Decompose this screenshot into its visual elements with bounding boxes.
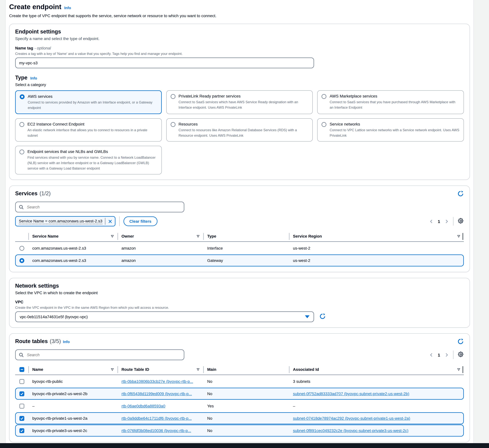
name-tag-input[interactable] [15, 58, 314, 68]
column-header-service-name[interactable]: Service Name [28, 231, 117, 241]
tile-title: AWS Marketplace services [330, 94, 460, 98]
column-header-route-table-id[interactable]: Route Table ID [117, 364, 203, 374]
sort-icon[interactable] [196, 234, 200, 238]
route-table-id-link[interactable]: rtb-0f65438d1199ed009 (byovpc-rtb-p... [122, 391, 192, 396]
sort-icon[interactable] [457, 368, 460, 371]
route-table-id-link[interactable]: rtb-0bba10806b33cb27e (byovpc-rtb-p... [122, 379, 193, 384]
bottom-scrollbar[interactable] [0, 443, 489, 448]
route-tables-info-link[interactable]: Info [63, 340, 70, 344]
table-row-selected[interactable]: byovpc-rtb-private3-us-west-2c rtb-076fd… [15, 424, 464, 437]
type-option-resources[interactable]: Resources Connect to resources like Amaz… [166, 118, 313, 141]
type-info-link[interactable]: Info [30, 76, 37, 80]
row-checkbox[interactable] [19, 404, 24, 408]
type-option-aws-services[interactable]: AWS services Connect to services provide… [15, 90, 162, 114]
vpc-refresh-button[interactable] [319, 313, 326, 321]
row-checkbox[interactable] [19, 391, 24, 396]
type-option-ec2-instance-connect[interactable]: EC2 Instance Connect Endpoint An elastic… [15, 118, 162, 141]
type-option-marketplace[interactable]: AWS Marketplace services Connect to SaaS… [317, 90, 464, 114]
chevron-left-icon [429, 353, 433, 357]
column-header-name[interactable]: Name [28, 364, 117, 374]
services-search[interactable] [15, 202, 184, 212]
route-table-id-link[interactable]: rtb-076fdf3b08ed10036 (byovpc-rtb-p... [122, 428, 191, 433]
table-row[interactable]: com.amazonaws.us-west-2.s3 amazon Interf… [15, 242, 464, 254]
sort-icon[interactable] [457, 234, 460, 238]
route-tables-prev-page-button[interactable] [429, 353, 433, 357]
services-filter-token[interactable]: Service Name = com.amazonaws.us-west-2.s… [15, 216, 115, 226]
services-page-number[interactable]: 1 [438, 219, 440, 224]
refresh-icon [319, 313, 326, 320]
tile-description: Connect to VPC Lattice service networks … [330, 127, 460, 138]
main-cell: No [203, 428, 289, 433]
subnet-link[interactable]: subnet-0f891cec049232c2e (byovpc-subnet-… [293, 428, 408, 433]
type-option-nlb-gwlb-services[interactable]: Endpoint services that use NLBs and GWLB… [15, 146, 162, 174]
radio-resources[interactable] [171, 122, 175, 127]
radio-aws-services[interactable] [20, 94, 24, 99]
table-row[interactable]: – rtb-06ae0dbd6a88593a0 Yes – [15, 400, 464, 412]
route-tables-next-page-button[interactable] [444, 353, 449, 357]
type-option-privatelink-partner[interactable]: PrivateLink Ready partner services Conne… [166, 90, 313, 114]
route-tables-preferences-button[interactable] [458, 351, 464, 358]
row-checkbox[interactable] [19, 379, 24, 384]
page: Create endpoint Info Create the type of … [0, 0, 489, 448]
chevron-right-icon [444, 353, 449, 357]
search-icon [19, 205, 24, 209]
services-search-input[interactable] [26, 204, 181, 210]
route-tables-page-number[interactable]: 1 [438, 352, 440, 357]
sort-icon[interactable] [111, 368, 114, 371]
radio-ec2-instance-connect[interactable] [19, 122, 24, 127]
services-prev-page-button[interactable] [429, 219, 433, 224]
sort-icon[interactable] [111, 234, 114, 238]
type-option-service-networks[interactable]: Service networks Connect to VPC Lattice … [317, 118, 464, 141]
subnets-popover-trigger[interactable]: 3 subnets [293, 379, 310, 384]
route-tables-pagination: 1 [429, 350, 464, 359]
table-row-selected[interactable]: byovpc-rtb-private2-us-west-2b rtb-0f654… [15, 388, 464, 400]
route-table-id-link[interactable]: rtb-06ae0dbd6a88593a0 [122, 404, 165, 408]
services-next-page-button[interactable] [444, 219, 449, 224]
route-tables-heading: Route tables [15, 338, 48, 345]
tile-title: EC2 Instance Connect Endpoint [27, 122, 157, 126]
subnet-link[interactable]: subnet-07418de78974ac292 (byovpc-subnet-… [293, 416, 410, 421]
tile-description: An elastic network interface that allows… [27, 127, 157, 138]
gear-icon [458, 351, 464, 357]
page-info-link[interactable]: Info [64, 6, 71, 10]
gear-icon [458, 218, 464, 224]
select-all-checkbox[interactable] [19, 367, 24, 372]
main-cell: Yes [203, 404, 289, 408]
clear-filters-button[interactable]: Clear filters [123, 216, 157, 226]
column-header-associated-id[interactable]: Associated Id [289, 364, 464, 374]
row-radio[interactable] [19, 258, 24, 263]
sort-icon[interactable] [196, 368, 200, 371]
column-header-type[interactable]: Type [203, 231, 289, 241]
services-pagination: 1 [429, 217, 464, 225]
radio-service-networks[interactable] [322, 122, 326, 127]
route-tables-search-input[interactable] [26, 352, 181, 357]
vpc-select[interactable]: vpc-0eb11514a74631e5f (byovpc-vpc) [15, 311, 314, 322]
network-settings-heading: Network settings [15, 283, 464, 289]
filter-token-dismiss-button[interactable] [108, 219, 112, 224]
name-tag-label: Name tag [15, 46, 33, 50]
name-tag-constraint: Creates a tag with a key of 'Name' and a… [15, 52, 464, 56]
radio-nlb-gwlb-services[interactable] [19, 150, 24, 155]
radio-marketplace[interactable] [322, 94, 326, 99]
services-preferences-button[interactable] [458, 218, 464, 225]
row-checkbox[interactable] [19, 416, 24, 421]
name-tag-optional-label: - optional [34, 46, 51, 50]
route-tables-search[interactable] [15, 349, 184, 360]
column-header-service-region[interactable]: Service Region [289, 231, 464, 241]
services-refresh-button[interactable] [457, 191, 464, 198]
page-title: Create endpoint [9, 3, 61, 11]
route-table-id-link[interactable]: rtb-0a9ddbe64c1711df6 (byovpc-rtb-p... [122, 416, 192, 421]
radio-privatelink-partner[interactable] [171, 94, 175, 99]
subnet-link[interactable]: subnet-0f752ad83333ad707 (byovpc-subnet-… [293, 391, 409, 396]
services-counter: (1/2) [40, 191, 51, 197]
indeterminate-icon [20, 367, 24, 371]
column-header-owner[interactable]: Owner [117, 231, 203, 241]
route-tables-refresh-button[interactable] [457, 338, 464, 346]
table-row[interactable]: byovpc-rtb-public rtb-0bba10806b33cb27e … [15, 375, 464, 387]
table-row-selected[interactable]: com.amazonaws.us-west-2.s3 amazon Gatewa… [15, 254, 464, 266]
name-cell: byovpc-rtb-private2-us-west-2b [28, 391, 117, 396]
row-radio[interactable] [19, 246, 24, 251]
table-row-selected[interactable]: byovpc-rtb-private1-us-west-2a rtb-0a9dd… [15, 412, 464, 424]
row-checkbox[interactable] [19, 428, 24, 433]
column-header-main[interactable]: Main [203, 364, 289, 374]
